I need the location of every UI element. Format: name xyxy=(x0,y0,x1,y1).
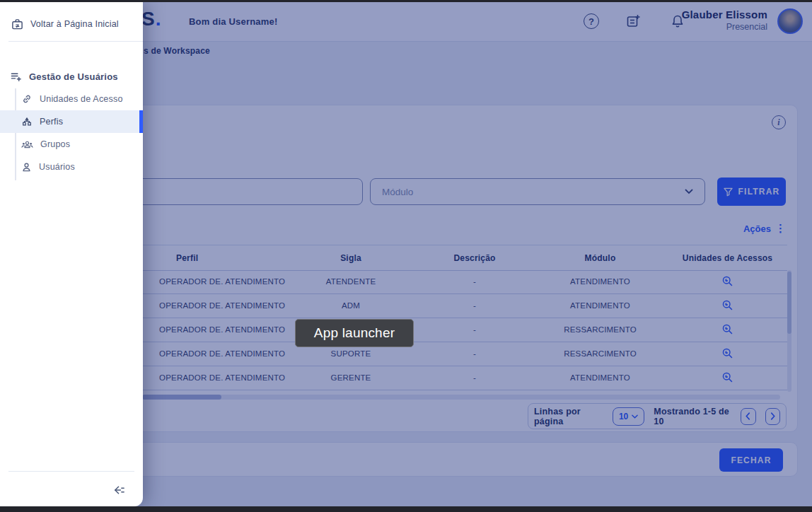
sidebar-item-perfis[interactable]: Perfis xyxy=(21,110,63,133)
link-icon xyxy=(21,93,33,105)
portfolio-return-icon xyxy=(11,18,23,30)
sidebar-item-grupos[interactable]: Grupos xyxy=(21,133,70,156)
user-icon xyxy=(21,162,32,173)
back-to-home-label: Voltar à Página Inicial xyxy=(30,19,119,29)
hierarchy-icon xyxy=(21,116,33,127)
submenu-guide-line xyxy=(15,88,16,180)
screen: S. Bom dia Username! ? Glauber Elissom P… xyxy=(0,0,812,512)
sidebar-item-label: Perfis xyxy=(40,117,63,127)
collapse-drawer-icon[interactable] xyxy=(110,482,127,499)
bottom-chrome-strip xyxy=(0,506,812,512)
drawer-divider xyxy=(8,41,143,42)
top-chrome-strip xyxy=(0,0,812,2)
menu-title-label: Gestão de Usuários xyxy=(29,71,118,82)
sidebar-item-label: Grupos xyxy=(40,139,70,149)
back-to-home-item[interactable]: Voltar à Página Inicial xyxy=(11,13,119,35)
menu-gestao-de-usuarios[interactable]: Gestão de Usuários xyxy=(10,67,118,86)
drawer-divider xyxy=(8,471,134,472)
tooltip-text: App launcher xyxy=(314,325,395,341)
sidebar-item-label: Usuários xyxy=(39,162,75,172)
navigation-drawer: Voltar à Página Inicial Gestão de Usuári… xyxy=(0,2,143,506)
sidebar-item-label: Unidades de Acesso xyxy=(40,94,123,104)
sidebar-item-usuarios[interactable]: Usuários xyxy=(21,156,75,178)
sidebar-item-unidades-de-acesso[interactable]: Unidades de Acesso xyxy=(21,88,123,110)
app-launcher-tooltip: App launcher xyxy=(295,319,414,347)
active-item-indicator xyxy=(139,110,143,133)
groups-icon xyxy=(21,139,33,149)
playlist-add-icon xyxy=(10,71,22,83)
